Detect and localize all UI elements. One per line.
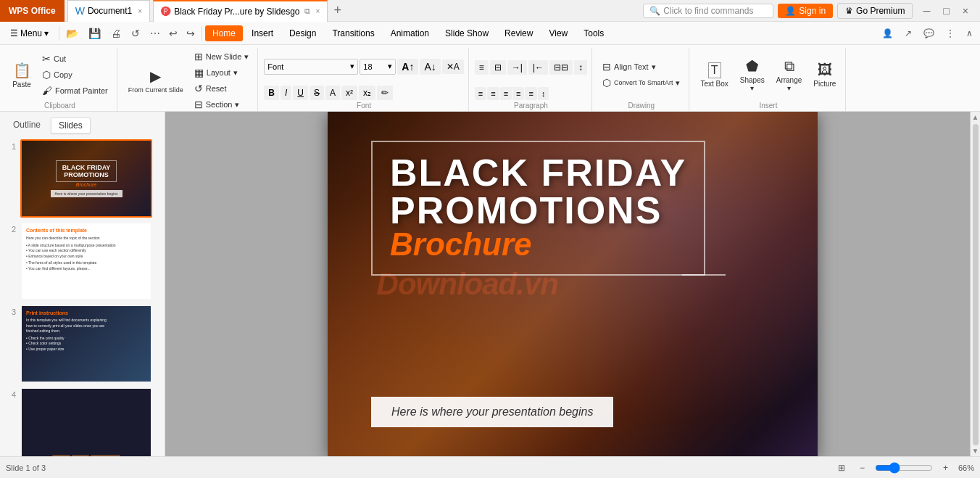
restore-icon[interactable]: ⧉ [304,7,310,16]
line-spacing-button[interactable]: ↕ [574,60,587,75]
reset-button[interactable]: ↺ Reset [190,81,254,96]
undo-icon[interactable]: ↩ [165,25,181,41]
font-size-selector[interactable]: 18 ▾ [360,59,396,75]
slide-img-2[interactable]: Contents of this template Here you can d… [20,222,152,300]
close-button[interactable]: × [957,0,974,22]
bold-button[interactable]: B [264,86,279,100]
tab-animation[interactable]: Animation [383,25,436,41]
indent-left-button[interactable]: |← [528,60,548,75]
paste-button[interactable]: 📋 Paste [7,56,36,94]
align-right-button[interactable]: ≡ [500,87,512,100]
direction-button[interactable]: ↕ [538,87,549,100]
align-text-button[interactable]: ⊟ Align Text ▾ [598,59,684,74]
decrease-font-size-button[interactable]: A↓ [420,59,440,75]
clear-format-button[interactable]: ✕A [442,59,464,74]
recover-icon[interactable]: ↺ [128,25,144,41]
convert-smartart-button[interactable]: ⬡ Convert To SmartArt ▾ [598,75,684,90]
bullets-button[interactable]: ≡ [475,60,489,75]
tab-home[interactable]: Home [205,25,243,41]
superscript-button[interactable]: x² [341,86,357,100]
fit-slide-button[interactable]: ⊞ [834,461,850,475]
justify-button[interactable]: ≡ [512,87,524,100]
scroll-up-button[interactable]: ▲ [972,113,979,121]
tab-transitions[interactable]: Transitions [325,25,381,41]
copy-button[interactable]: ⬡ Copy [38,67,112,82]
tab-slideshow[interactable]: Slide Show [438,25,496,41]
tab-insert[interactable]: Insert [244,25,281,41]
numbering-button[interactable]: ⊟ [490,60,506,75]
share-icon[interactable]: ↗ [900,26,916,41]
highlight-button[interactable]: ✏ [377,86,393,100]
layout-button[interactable]: ▦ Layout ▾ [190,65,254,80]
slide-thumbnail-2[interactable]: 2 Contents of this template Here you can… [6,222,159,300]
format-painter-button[interactable]: 🖌 Format Painter [38,83,112,98]
indent-right-button[interactable]: →| [507,60,527,75]
user-account-icon[interactable]: 👤 [878,26,897,41]
arrange-button[interactable]: ⧉ Arrange ▾ [771,56,807,94]
panel-tabs: Outline Slides [6,118,159,133]
main-slide-canvas[interactable]: Download.vn BLACK FRIDAY PROMOTIONS Broc… [328,112,818,456]
scroll-down-button[interactable]: ▼ [972,447,979,455]
copy-label: Copy [54,70,72,79]
zoom-slider[interactable] [875,462,933,474]
strikethrough-button[interactable]: S [310,86,324,100]
subscript-button[interactable]: x₂ [359,86,375,100]
tab-view[interactable]: View [541,25,575,41]
tab-review[interactable]: Review [497,25,540,41]
align-center-button[interactable]: ≡ [487,87,499,100]
slide-tagline[interactable]: Here is where your presentation begins [371,397,613,427]
active-presentation-tab[interactable]: 🅟 Black Friday Pr...ure by Slidesgo ⧉ × [153,0,328,22]
maximize-button[interactable]: □ [937,0,955,22]
slide-num-2: 2 [6,222,16,234]
slide-thumbnail-1[interactable]: 1 BLACK FRIDAYPROMOTIONS Brochure Here i… [6,139,159,218]
dist-button[interactable]: ≡ [525,87,536,100]
open-icon[interactable]: 📂 [62,25,82,41]
comment-icon[interactable]: 💬 [919,26,939,41]
more-options-icon[interactable]: ⋮ [942,26,959,41]
new-tab-button[interactable]: + [328,0,347,22]
slide-img-3[interactable]: Print instructions In this template you … [20,305,152,383]
save-icon[interactable]: 💾 [85,25,104,41]
doc1-close-icon[interactable]: × [138,7,142,15]
section-button[interactable]: ⊟ Section ▾ [190,97,254,112]
active-tab-close-icon[interactable]: × [316,7,320,15]
collapse-ribbon-icon[interactable]: ∧ [962,26,977,41]
menu-button[interactable]: ☰ Menu ▾ [3,25,56,41]
slides-tab[interactable]: Slides [51,118,91,133]
vertical-scrollbar[interactable]: ▲ ▼ [970,112,980,456]
wps-office-button[interactable]: WPS Office [0,0,65,22]
insert-group: T Text Box ⬟ Shapes ▾ ⧉ Arrange ▾ 🖼 Pict… [691,48,846,111]
go-premium-button[interactable]: ♛ Go Premium [837,3,913,19]
command-search-box[interactable]: 🔍 Click to find commands [643,4,773,18]
title-box[interactable]: BLACK FRIDAY PROMOTIONS Brochure [371,141,705,276]
sign-in-button[interactable]: 👤 Sign in [778,4,833,18]
slide-img-4[interactable]: ABOUT SALES PURCHASING [20,387,152,456]
increase-font-size-button[interactable]: A↑ [397,59,418,75]
picture-button[interactable]: 🖼 Picture [808,56,841,94]
font-color-button[interactable]: A [325,86,340,100]
align-left-button[interactable]: ≡ [475,87,486,100]
underline-button[interactable]: U [293,86,308,100]
shapes-button[interactable]: ⬟ Shapes ▾ [735,56,770,94]
document1-tab[interactable]: W Document1 × [67,0,150,22]
text-box-button[interactable]: T Text Box [695,56,733,94]
tab-tools[interactable]: Tools [576,25,611,41]
columns-button[interactable]: ⊟⊟ [549,60,573,75]
italic-button[interactable]: I [281,86,291,100]
zoom-out-button[interactable]: − [855,461,869,475]
slide-thumbnail-4[interactable]: 4 ABOUT SALES PURCHASING [6,387,159,456]
slide-thumbnail-3[interactable]: 3 Print instructions In this template yo… [6,305,159,383]
tab-design[interactable]: Design [282,25,323,41]
slide-img-1[interactable]: BLACK FRIDAYPROMOTIONS Brochure Here is … [20,139,152,218]
new-slide-button[interactable]: ⊞ New Slide ▾ [190,49,254,64]
print-icon[interactable]: 🖨 [107,25,125,41]
font-family-selector[interactable]: Font ▾ [264,59,358,75]
zoom-in-button[interactable]: + [939,461,952,475]
outline-tab[interactable]: Outline [6,118,48,133]
scroll-thumb[interactable] [973,124,979,445]
cut-button[interactable]: ✂ Cut [38,51,112,66]
more-icon[interactable]: ⋯ [146,25,164,41]
from-current-slide-button[interactable]: ▶ From Current Slide [123,62,188,99]
minimize-button[interactable]: ─ [917,0,936,22]
redo-icon[interactable]: ↪ [183,25,199,41]
